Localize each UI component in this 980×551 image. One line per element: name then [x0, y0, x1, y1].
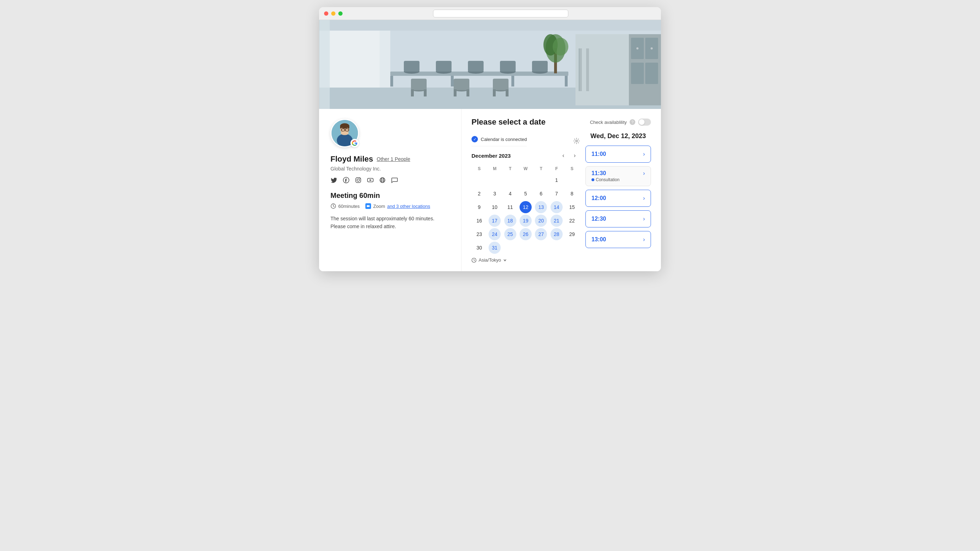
address-bar — [345, 10, 656, 17]
other-people-link[interactable]: Other 1 People — [377, 156, 410, 162]
cal-day-25[interactable]: 25 — [504, 228, 516, 240]
svg-rect-75 — [367, 205, 369, 207]
cal-day-20[interactable]: 20 — [535, 214, 547, 227]
day-header-T2: T — [533, 165, 549, 173]
connected-label: Calendar is connected — [481, 137, 527, 142]
hero-image — [319, 20, 661, 109]
cal-day-11[interactable]: 11 — [504, 201, 516, 213]
calendar-month: December 2023 — [471, 153, 511, 159]
availability-toggle[interactable] — [638, 119, 651, 125]
svg-rect-19 — [532, 61, 548, 71]
calendar-grid: S M T W T F S — [471, 165, 580, 254]
other-locations-link[interactable]: and 3 other locations — [387, 203, 430, 209]
calendar-week-6: 30 31 — [471, 242, 580, 254]
time-slot-1230-chevron: › — [643, 216, 645, 222]
svg-rect-9 — [565, 76, 568, 86]
day-header-S1: S — [471, 165, 487, 173]
close-dot[interactable] — [324, 11, 328, 16]
globe-icon[interactable] — [379, 176, 386, 184]
social-icons — [331, 176, 450, 184]
twitter-icon[interactable] — [331, 176, 337, 184]
svg-rect-3 — [319, 20, 661, 30]
time-slot-1200-label: 12:00 — [592, 195, 606, 202]
check-avail-label: Check availablility — [590, 120, 627, 125]
cal-day-1[interactable]: 1 — [550, 174, 563, 186]
svg-point-60 — [341, 131, 348, 135]
cal-day-31[interactable]: 31 — [488, 242, 501, 254]
url-bar[interactable] — [433, 10, 568, 17]
cal-day-21[interactable]: 21 — [550, 214, 563, 227]
time-slot-1300[interactable]: 13:00 › — [585, 231, 651, 248]
svg-rect-22 — [411, 89, 414, 97]
clock-icon — [331, 203, 336, 209]
cal-day-14[interactable]: 14 — [550, 201, 563, 213]
titlebar — [319, 7, 661, 20]
cal-day-18[interactable]: 18 — [504, 214, 516, 227]
time-slot-1130[interactable]: 11:30 › Consultation — [585, 166, 651, 186]
cal-day-empty — [566, 242, 578, 254]
meeting-description: The session will last approximately 60 m… — [331, 214, 450, 231]
cal-day-16[interactable]: 16 — [473, 214, 485, 227]
settings-icon[interactable] — [573, 138, 580, 146]
cal-day-3[interactable]: 3 — [488, 187, 501, 200]
maximize-dot[interactable] — [338, 11, 342, 16]
calendar-status-row: ✓ Calendar is connected — [471, 132, 580, 151]
timezone-clock-icon — [471, 258, 476, 263]
selected-date-label: Wed, Dec 12, 2023 — [585, 132, 651, 140]
cal-day-19[interactable]: 19 — [520, 214, 532, 227]
help-icon[interactable]: ? — [630, 119, 635, 125]
cal-day-28[interactable]: 28 — [550, 228, 563, 240]
cal-day-5[interactable]: 5 — [520, 187, 532, 200]
cal-day-10[interactable]: 10 — [488, 201, 501, 213]
time-slot-1100[interactable]: 11:00 › — [585, 146, 651, 163]
cal-day-empty — [488, 174, 501, 186]
cal-day-26[interactable]: 26 — [520, 228, 532, 240]
cal-day-empty — [566, 174, 578, 186]
cal-day-23[interactable]: 23 — [473, 228, 485, 240]
cal-day-6[interactable]: 6 — [535, 187, 547, 200]
timezone-chevron-icon — [503, 259, 507, 262]
prev-month-button[interactable]: ‹ — [558, 151, 568, 160]
cal-day-17[interactable]: 17 — [488, 214, 501, 227]
timezone-row[interactable]: Asia/Tokyo — [471, 257, 580, 263]
calendar-week-2: 2 3 4 5 6 7 8 — [471, 187, 580, 200]
cal-day-7[interactable]: 7 — [550, 187, 563, 200]
cal-day-13[interactable]: 13 — [535, 201, 547, 213]
consult-dot — [592, 178, 594, 181]
time-slot-1230[interactable]: 12:30 › — [585, 210, 651, 227]
cal-day-4[interactable]: 4 — [504, 187, 516, 200]
calendar-connected: ✓ Calendar is connected — [471, 132, 527, 146]
facebook-icon[interactable] — [342, 176, 350, 184]
chat-icon[interactable] — [391, 176, 398, 184]
cal-day-27[interactable]: 27 — [535, 228, 547, 240]
desc-line1: The session will last approximately 60 m… — [331, 216, 434, 221]
youtube-icon[interactable] — [367, 176, 374, 184]
svg-rect-17 — [500, 61, 515, 71]
instagram-icon[interactable] — [355, 176, 362, 184]
cal-day-29[interactable]: 29 — [566, 228, 578, 240]
minimize-dot[interactable] — [331, 11, 336, 16]
cal-day-8[interactable]: 8 — [566, 187, 578, 200]
time-slots-column: Wed, Dec 12, 2023 11:00 › 11:30 › Consul… — [580, 132, 651, 263]
time-slot-1130-top: 11:30 › — [592, 170, 645, 176]
cal-day-2[interactable]: 2 — [473, 187, 485, 200]
time-slot-1100-chevron: › — [643, 151, 645, 157]
next-month-button[interactable]: › — [570, 151, 580, 160]
cal-day-22[interactable]: 22 — [566, 214, 578, 227]
cal-day-9[interactable]: 9 — [473, 201, 485, 213]
cal-day-24[interactable]: 24 — [488, 228, 501, 240]
svg-rect-7 — [451, 76, 454, 86]
svg-rect-30 — [493, 89, 496, 97]
svg-point-45 — [636, 47, 638, 49]
cal-day-30[interactable]: 30 — [473, 242, 485, 254]
svg-rect-37 — [579, 48, 582, 91]
cal-day-15[interactable]: 15 — [566, 201, 578, 213]
calendar-week-4: 16 17 18 19 20 21 22 — [471, 214, 580, 227]
svg-rect-29 — [493, 79, 509, 90]
cal-day-12[interactable]: 12 — [520, 201, 532, 213]
time-slot-1200[interactable]: 12:00 › — [585, 190, 651, 207]
avatar-wrap — [331, 119, 359, 148]
svg-rect-8 — [511, 76, 514, 86]
svg-rect-23 — [424, 89, 426, 97]
day-header-W: W — [518, 165, 533, 173]
